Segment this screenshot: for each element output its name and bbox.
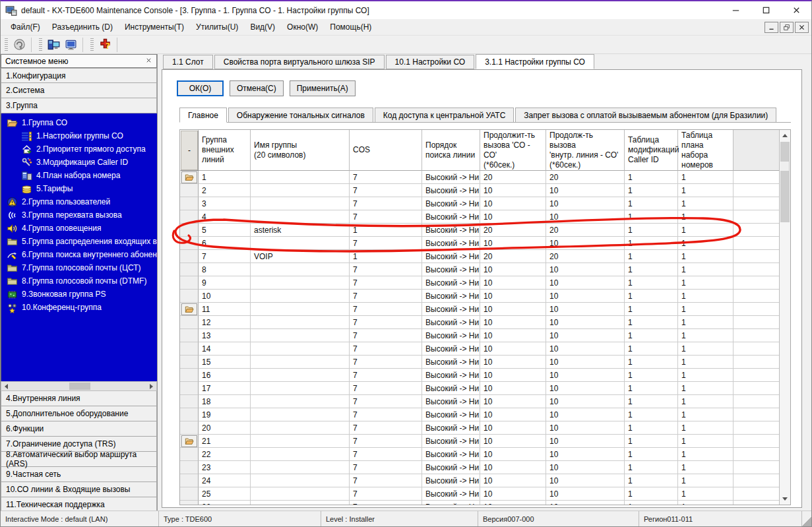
scroll-up-icon[interactable] [780, 130, 790, 141]
cell[interactable]: 21 [199, 435, 251, 448]
cell[interactable] [734, 435, 780, 448]
cell[interactable] [734, 369, 780, 382]
cell[interactable]: 10 [480, 448, 546, 461]
cell[interactable]: 7 [350, 395, 422, 408]
cell[interactable]: 7 [199, 250, 251, 263]
row-gutter[interactable] [180, 316, 199, 329]
document-tab[interactable]: 3.1.1 Настройки группы СО [476, 54, 594, 69]
cell[interactable]: 10 [546, 197, 625, 210]
cell[interactable] [734, 263, 780, 276]
cell[interactable]: 12 [199, 316, 251, 329]
scroll-right-icon[interactable] [146, 382, 156, 390]
cell[interactable]: 24 [199, 474, 251, 487]
sidebar-section[interactable]: 5.Дополнительное оборудование [1, 406, 157, 421]
mdi-close-icon[interactable] [795, 22, 809, 33]
cell[interactable]: Высокий -> Ни... [422, 421, 480, 435]
row-gutter[interactable] [180, 250, 199, 263]
tree-item[interactable]: 2.Приоритет прямого доступа [1, 142, 157, 156]
cell[interactable]: 8 [199, 263, 251, 276]
cell[interactable]: 7 [350, 237, 422, 250]
cell[interactable]: 7 [350, 303, 422, 316]
cell[interactable] [251, 408, 350, 421]
cell[interactable]: 10 [480, 237, 546, 250]
cell[interactable]: 10 [480, 435, 546, 448]
cell[interactable]: 1 [678, 395, 734, 408]
cell[interactable]: 1 [678, 276, 734, 290]
cell[interactable]: 4 [199, 210, 251, 224]
cell[interactable]: 10 [480, 184, 546, 197]
cell[interactable]: 7 [350, 461, 422, 474]
cell[interactable]: 1 [678, 224, 734, 237]
cell[interactable]: 10 [480, 461, 546, 474]
table-corner-button[interactable]: - [180, 130, 199, 171]
cell[interactable] [734, 408, 780, 421]
cell[interactable]: 10 [480, 329, 546, 342]
cell[interactable]: 3 [199, 197, 251, 210]
window-maximize-icon[interactable] [751, 1, 781, 19]
folder-open-icon[interactable] [181, 303, 197, 315]
cell[interactable]: 10 [480, 474, 546, 487]
cell[interactable] [734, 421, 780, 435]
cell[interactable]: 10 [480, 395, 546, 408]
sidebar-section[interactable]: 4.Внутренняя линия [1, 391, 157, 406]
cell[interactable] [251, 461, 350, 474]
row-gutter[interactable] [180, 276, 199, 290]
cell[interactable] [734, 316, 780, 329]
cell[interactable]: asterisk [251, 224, 350, 237]
cell[interactable]: 1 [625, 290, 678, 303]
row-gutter[interactable] [180, 395, 199, 408]
cell[interactable]: 1 [678, 408, 734, 421]
row-gutter[interactable] [180, 421, 199, 435]
cell[interactable]: 10 [199, 290, 251, 303]
cell[interactable]: 10 [546, 474, 625, 487]
subtab[interactable]: Код доступа к центральной УАТС [375, 108, 515, 122]
row-gutter[interactable] [180, 369, 199, 382]
row-gutter[interactable] [180, 356, 199, 369]
row-gutter[interactable] [180, 224, 199, 237]
cell[interactable] [251, 263, 350, 276]
cell[interactable]: 1 [678, 184, 734, 197]
sidebar-close-icon[interactable] [145, 57, 152, 66]
window-minimize-icon[interactable] [720, 1, 751, 19]
tree-item[interactable]: 5.Тарифы [1, 182, 157, 195]
table-v-scrollbar[interactable] [779, 130, 790, 505]
cell[interactable] [734, 290, 780, 303]
cell[interactable]: 1 [678, 329, 734, 342]
cell[interactable]: Высокий -> Ни... [422, 237, 480, 250]
cell[interactable]: 10 [480, 501, 546, 505]
cell[interactable]: 10 [546, 435, 625, 448]
tree-item[interactable]: 2.Группа пользователей [1, 195, 157, 208]
cell[interactable]: 7 [350, 276, 422, 290]
cell[interactable]: 7 [350, 382, 422, 395]
cell[interactable]: 7 [350, 435, 422, 448]
scroll-left-icon[interactable] [1, 382, 11, 390]
cell[interactable]: Высокий -> Ни... [422, 487, 480, 501]
cell[interactable]: 1 [625, 382, 678, 395]
sidebar-section[interactable]: 1.Конфигурация [1, 68, 157, 83]
cell[interactable]: 10 [480, 316, 546, 329]
cell[interactable] [251, 435, 350, 448]
cell[interactable]: 18 [199, 395, 251, 408]
cell[interactable]: 20 [546, 171, 625, 184]
cell[interactable]: 15 [199, 356, 251, 369]
document-tab[interactable]: 10.1 Настройки СО [386, 55, 475, 69]
cell[interactable]: 1 [625, 276, 678, 290]
menu-item[interactable]: Разъединить (D) [46, 20, 119, 34]
system-pc-icon[interactable] [45, 37, 62, 53]
row-gutter[interactable] [180, 501, 199, 505]
row-gutter[interactable] [180, 171, 199, 184]
cell[interactable]: 7 [350, 356, 422, 369]
row-gutter[interactable] [180, 382, 199, 395]
cell[interactable]: 10 [546, 448, 625, 461]
cell[interactable]: 20 [480, 250, 546, 263]
cell[interactable]: 7 [350, 487, 422, 501]
cell[interactable]: 1 [199, 171, 251, 184]
cell[interactable]: Высокий -> Ни... [422, 197, 480, 210]
cell[interactable] [734, 224, 780, 237]
cell[interactable] [251, 329, 350, 342]
cell[interactable]: 1 [625, 501, 678, 505]
cell[interactable] [734, 250, 780, 263]
cell[interactable]: Высокий -> Ни... [422, 263, 480, 276]
cell[interactable]: 20 [480, 171, 546, 184]
cell[interactable]: 1 [678, 250, 734, 263]
